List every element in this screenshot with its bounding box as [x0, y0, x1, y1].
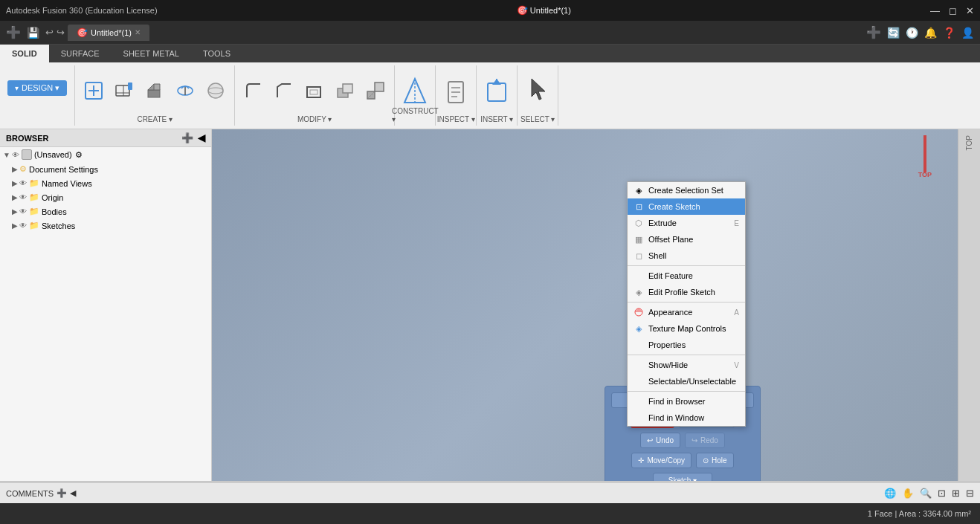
ctx-create-selection-set[interactable]: ◈ Create Selection Set: [628, 182, 745, 198]
select-label: SELECT ▾: [520, 115, 555, 123]
undo-button[interactable]: ↩ Undo: [640, 433, 680, 448]
maximize-button[interactable]: ◻: [949, 5, 957, 16]
ctx-selectable[interactable]: Selectable/Unselectable: [628, 373, 745, 389]
eye-icon-bodies[interactable]: 👁: [19, 207, 27, 216]
zoom-icon[interactable]: 🔍: [920, 488, 932, 499]
view-cube[interactable]: TOP: [918, 135, 932, 178]
redo-icon: ↪: [692, 436, 697, 444]
measure-icon[interactable]: [440, 71, 471, 110]
save-icon[interactable]: 💾: [27, 27, 39, 39]
browser-item-root[interactable]: ▼ 👁 (Unsaved) ⚙: [0, 147, 211, 162]
toolbar-group-select: SELECT ▾: [518, 65, 558, 126]
ctx-offset-plane[interactable]: ▦ Offset Plane: [628, 231, 745, 248]
pan-icon[interactable]: ✋: [902, 488, 914, 499]
zoom-fit-icon[interactable]: ⊡: [938, 488, 946, 499]
clock-icon[interactable]: 🕐: [906, 27, 918, 39]
ctx-shell-icon: ◻: [634, 250, 644, 261]
shell-icon[interactable]: [300, 77, 329, 105]
tab-close-icon[interactable]: ✕: [135, 28, 141, 36]
eye-icon-origin[interactable]: 👁: [19, 193, 27, 201]
ctx-properties[interactable]: Properties: [628, 337, 745, 353]
browser-item-sketches[interactable]: ▶ 👁 📁 Sketches: [0, 219, 211, 233]
chamfer-icon[interactable]: [270, 77, 298, 105]
browser-item-bodies[interactable]: ▶ 👁 📁 Bodies: [0, 204, 211, 219]
canvas-area[interactable]: TOP ◈ Create Selection Set ⊡ Create Sket…: [212, 129, 958, 481]
redo-button[interactable]: ↪ Redo: [685, 433, 725, 448]
minimize-button[interactable]: —: [930, 5, 940, 16]
ctx-find-window[interactable]: Find in Window: [628, 410, 745, 426]
ctx-find-browser[interactable]: Find in Browser: [628, 393, 745, 410]
eye-icon-root[interactable]: 👁: [12, 151, 19, 159]
sketch-button[interactable]: Sketch ▾: [653, 473, 712, 481]
tab-untitled[interactable]: 🎯 Untitled*(1) ✕: [68, 25, 149, 41]
modify-label: MODIFY ▾: [297, 115, 332, 123]
eye-icon-sketches[interactable]: 👁: [19, 221, 27, 230]
tab-surface[interactable]: SURFACE: [49, 45, 112, 62]
right-panel: TOP: [958, 129, 980, 481]
design-button[interactable]: ▾ DESIGN ▾: [7, 80, 67, 96]
ctx-edit-feature[interactable]: Edit Feature: [628, 268, 745, 284]
browser-add-icon[interactable]: ➕: [181, 132, 193, 143]
toolbar-group-construct: CONSTRUCT ▾: [395, 65, 436, 126]
eye-icon-named[interactable]: 👁: [19, 179, 27, 187]
comments-collapse-icon[interactable]: ◀: [70, 488, 76, 498]
toolbar-tabs: SOLID SURFACE SHEET METAL TOOLS: [0, 45, 980, 62]
new-icon[interactable]: ➕: [6, 25, 21, 39]
ctx-texture-map[interactable]: ◈ Texture Map Controls: [628, 320, 745, 337]
user-icon[interactable]: 👤: [961, 27, 974, 39]
help-icon[interactable]: ❓: [943, 27, 955, 39]
browser-item-origin[interactable]: ▶ 👁 📁 Origin: [0, 190, 211, 204]
y-axis: [923, 135, 926, 172]
combine-icon[interactable]: [331, 77, 359, 105]
comments-label: COMMENTS: [6, 489, 54, 498]
hole-icon: ⊙: [703, 456, 709, 465]
ctx-show-hide[interactable]: Show/Hide V: [628, 357, 745, 373]
extrude-icon[interactable]: [141, 77, 169, 105]
tab-tools[interactable]: TOOLS: [191, 45, 242, 62]
redo-toolbar-icon[interactable]: ↪: [57, 27, 65, 38]
scale-icon[interactable]: [361, 77, 390, 105]
close-button[interactable]: ✕: [966, 5, 974, 16]
tree-arrow-root: ▼: [3, 151, 10, 159]
grid-icon[interactable]: ⊞: [952, 488, 960, 499]
ctx-edit-profile-sketch[interactable]: ◈ Edit Profile Sketch: [628, 284, 745, 300]
revolve-icon[interactable]: [171, 77, 199, 105]
refresh-icon[interactable]: 🔄: [887, 27, 900, 39]
browser-panel: BROWSER ➕ ◀ ▼ 👁 (Unsaved) ⚙ ▶ ⚙ Document…: [0, 129, 212, 481]
orbit-icon[interactable]: 🌐: [884, 488, 896, 499]
ctx-texture-icon: ◈: [634, 323, 644, 334]
toolbar-group-insert: INSERT ▾: [477, 65, 518, 126]
browser-collapse-icon[interactable]: ◀: [198, 132, 205, 143]
ctx-create-sketch[interactable]: ⊡ Create Sketch: [628, 198, 745, 215]
insert-icon[interactable]: [481, 71, 512, 110]
move-copy-button[interactable]: ✛ Move/Copy: [631, 453, 692, 468]
toolbar-group-create: CREATE ▾: [75, 65, 235, 126]
hole-button[interactable]: ⊙ Hole: [696, 453, 734, 468]
tab-sheet-metal[interactable]: SHEET METAL: [112, 45, 191, 62]
bell-icon[interactable]: 🔔: [924, 27, 937, 39]
fillet-icon[interactable]: [239, 77, 268, 105]
browser-item-named-views[interactable]: ▶ 👁 📁 Named Views: [0, 176, 211, 190]
display-icon[interactable]: ⊟: [966, 488, 974, 499]
construct-main-icon[interactable]: [399, 71, 431, 110]
undo-toolbar-icon[interactable]: ↩: [45, 27, 54, 38]
ctx-shell[interactable]: ◻ Shell: [628, 248, 745, 264]
svg-rect-28: [488, 83, 506, 101]
browser-item-doc-settings[interactable]: ▶ ⚙ Document Settings: [0, 162, 211, 176]
comments-add-icon[interactable]: ➕: [57, 488, 67, 498]
tab-solid[interactable]: SOLID: [0, 45, 49, 62]
ctx-extrude[interactable]: ⬡ Extrude E: [628, 215, 745, 231]
create-sketch-icon[interactable]: [110, 77, 138, 105]
settings-icon-root[interactable]: ⚙: [75, 150, 83, 160]
new-component-icon[interactable]: [80, 77, 108, 105]
ctx-appearance[interactable]: Appearance A: [628, 304, 745, 320]
status-bar: 1 Face | Area : 3364.00 mm²: [0, 503, 980, 524]
select-icon[interactable]: [522, 71, 553, 110]
folder-icon-origin: 📁: [29, 193, 39, 202]
sphere-icon[interactable]: [202, 77, 230, 105]
inspect-icons: [440, 71, 471, 110]
ctx-sketch-icon: ⊡: [634, 201, 644, 212]
ctx-edit-profile-icon: ◈: [634, 287, 644, 297]
add-tab-icon[interactable]: ➕: [866, 25, 881, 39]
ctx-appearance-icon: [634, 307, 644, 317]
